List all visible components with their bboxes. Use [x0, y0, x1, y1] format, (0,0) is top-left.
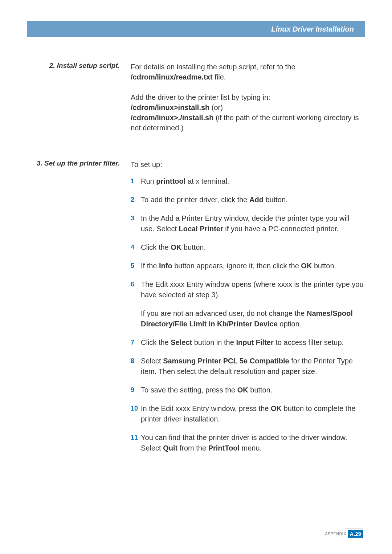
- text-run: The Edit xxxx Entry window opens (where …: [141, 280, 364, 299]
- step-item: 6The Edit xxxx Entry window opens (where…: [131, 279, 365, 329]
- step-number: 10: [131, 403, 141, 424]
- text-run: button.: [264, 196, 288, 204]
- text-run: to access filter setup.: [274, 338, 344, 346]
- page-footer: APPENDIX A.29: [325, 530, 363, 538]
- step-number: 3: [131, 213, 141, 234]
- step-item: 8Select Samsung Printer PCL 5e Compatibl…: [131, 356, 365, 377]
- page-content: 2. Install setup script. For details on …: [27, 62, 365, 478]
- bold-term: PrintTool: [208, 444, 240, 452]
- step-item: 10In the Edit xxxx Entry window, press t…: [131, 403, 365, 424]
- bold-term: Select: [171, 338, 192, 346]
- step-text: Select Samsung Printer PCL 5e Compatible…: [141, 356, 365, 377]
- section-2-label: 2. Install setup script.: [27, 62, 131, 143]
- text-run: button appears, ignore it, then click th…: [172, 262, 301, 270]
- bold-term: OK: [171, 243, 181, 251]
- step-text: You can find that the printer driver is …: [141, 432, 365, 453]
- install-cmd-2: /cdrom/linux>./install.sh: [131, 114, 213, 122]
- step-item: 5If the Info button appears, ignore it, …: [131, 261, 365, 271]
- bold-term: OK: [271, 404, 282, 412]
- text-run: To save the setting, press the: [141, 386, 237, 394]
- step-number: 7: [131, 337, 141, 348]
- step-text: Run printtool at x terminal.: [141, 176, 365, 187]
- step-number: 6: [131, 279, 141, 329]
- section-install-script: 2. Install setup script. For details on …: [27, 62, 365, 143]
- text-run: In the Edit xxxx Entry window, press the: [141, 404, 271, 412]
- text-run: button.: [248, 386, 273, 394]
- step-number: 4: [131, 242, 141, 253]
- text-run: Click the: [141, 243, 171, 251]
- section-3-intro: To set up:: [131, 159, 365, 170]
- step-text: Click the Select button in the Input Fil…: [141, 337, 365, 348]
- steps-list: 1Run printtool at x terminal.2To add the…: [131, 176, 365, 453]
- step-number: 8: [131, 356, 141, 377]
- step-number: 2: [131, 195, 141, 205]
- para-text: Add the driver to the printer list by ty…: [131, 93, 270, 101]
- install-cmd-1: /cdrom/linux>install.sh: [131, 103, 209, 111]
- section-3-label: 3. Set up the printer filter.: [27, 159, 131, 461]
- text-run: Run: [141, 177, 156, 185]
- text-run: button in the: [192, 338, 236, 346]
- text-run: Select: [141, 357, 163, 365]
- readme-path: /cdrom/linux/readme.txt: [131, 73, 213, 81]
- header-title: Linux Driver Installation: [271, 25, 354, 33]
- step-item: 11You can find that the printer driver i…: [131, 432, 365, 453]
- text-run: at x terminal.: [185, 177, 229, 185]
- text-run: menu.: [240, 444, 262, 452]
- section-3-body: To set up: 1Run printtool at x terminal.…: [131, 159, 365, 461]
- step-number: 1: [131, 176, 141, 187]
- bold-term: Add: [249, 196, 264, 204]
- step-item: 9To save the setting, press the OK butto…: [131, 385, 365, 395]
- text-run: from the: [177, 444, 208, 452]
- text-run: If the: [141, 262, 159, 270]
- step-text: In the Add a Printer Entry window, decid…: [141, 213, 365, 234]
- step-item: 2To add the printer driver, click the Ad…: [131, 195, 365, 205]
- text-run: if you have a PC-connected printer.: [223, 225, 339, 233]
- section-2-body: For details on installing the setup scri…: [131, 62, 365, 143]
- bold-term: OK: [301, 262, 312, 270]
- text-run: button.: [312, 262, 336, 270]
- text-run: option.: [278, 320, 302, 328]
- step-item: 7Click the Select button in the Input Fi…: [131, 337, 365, 348]
- step-text: To save the setting, press the OK button…: [141, 385, 365, 395]
- bold-term: Local Printer: [179, 225, 223, 233]
- bold-term: printtool: [156, 177, 185, 185]
- step-item: 3In the Add a Printer Entry window, deci…: [131, 213, 365, 234]
- step-number: 9: [131, 385, 141, 395]
- step-item: 1Run printtool at x terminal.: [131, 176, 365, 187]
- step-text: To add the printer driver, click the Add…: [141, 195, 365, 205]
- header-bar: Linux Driver Installation: [27, 21, 365, 37]
- text-run: If you are not an advanced user, do not …: [141, 309, 307, 317]
- section-2-para2: Add the driver to the printer list by ty…: [131, 92, 365, 133]
- text-run: Click the: [141, 338, 171, 346]
- section-2-para1: For details on installing the setup scri…: [131, 62, 365, 82]
- bold-term: Info: [159, 262, 172, 270]
- bold-term: Samsung Printer PCL 5e Compatible: [163, 357, 289, 365]
- section-printer-filter: 3. Set up the printer filter. To set up:…: [27, 159, 365, 461]
- footer-page-number: A.29: [348, 530, 363, 538]
- step-number: 11: [131, 432, 141, 453]
- bold-term: Quit: [163, 444, 177, 452]
- footer-label: APPENDIX: [325, 532, 347, 536]
- step-text: If the Info button appears, ignore it, t…: [141, 261, 365, 271]
- step-text: Click the OK button.: [141, 242, 365, 253]
- text-run: To add the printer driver, click the: [141, 196, 249, 204]
- step-text: The Edit xxxx Entry window opens (where …: [141, 279, 365, 329]
- bold-term: OK: [237, 386, 248, 394]
- step-item: 4Click the OK button.: [131, 242, 365, 253]
- para-text: file.: [213, 73, 226, 81]
- footer-divider: [345, 529, 363, 529]
- step-text: In the Edit xxxx Entry window, press the…: [141, 403, 365, 424]
- text-run: button.: [181, 243, 206, 251]
- para-text: For details on installing the setup scri…: [131, 63, 295, 71]
- bold-term: Input Filter: [236, 338, 273, 346]
- step-sub-text: If you are not an advanced user, do not …: [141, 308, 365, 329]
- para-text: (or): [209, 103, 223, 111]
- step-number: 5: [131, 261, 141, 271]
